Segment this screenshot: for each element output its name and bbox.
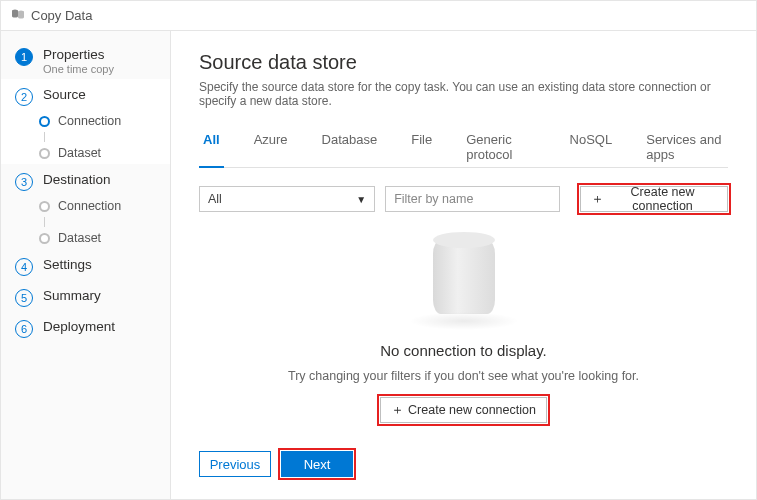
app-title: Copy Data <box>31 8 92 23</box>
step-label: Settings <box>43 257 92 272</box>
step-destination[interactable]: 3 Destination <box>1 164 170 195</box>
step-number: 5 <box>15 289 33 307</box>
create-new-connection-button[interactable]: ＋ Create new connection <box>380 397 547 423</box>
create-new-connection-button[interactable]: ＋ Create new connection <box>580 186 728 212</box>
titlebar: Copy Data <box>1 1 756 31</box>
substep-dot-icon <box>39 148 50 159</box>
page-description: Specify the source data store for the co… <box>199 80 728 108</box>
tab-all[interactable]: All <box>199 126 224 168</box>
step-summary[interactable]: 5 Summary <box>1 280 170 311</box>
button-label: Create new connection <box>408 403 536 417</box>
wizard-footer: Previous Next <box>199 443 728 489</box>
empty-title: No connection to display. <box>380 342 547 359</box>
empty-state: No connection to display. Try changing y… <box>199 220 728 443</box>
step-label: Deployment <box>43 319 115 334</box>
tab-services-and-apps[interactable]: Services and apps <box>642 126 728 168</box>
step-deployment[interactable]: 6 Deployment <box>1 311 170 342</box>
main-panel: Source data store Specify the source dat… <box>171 31 756 499</box>
search-input[interactable] <box>385 186 560 212</box>
wizard-sidebar: 1 Properties One time copy 2 Source Conn… <box>1 31 171 499</box>
page-title: Source data store <box>199 51 728 74</box>
substep-label: Dataset <box>58 146 101 160</box>
svg-point-2 <box>12 15 18 18</box>
plus-icon: ＋ <box>591 191 604 208</box>
tab-generic-protocol[interactable]: Generic protocol <box>462 126 539 168</box>
select-value: All <box>208 192 222 206</box>
next-button[interactable]: Next <box>281 451 353 477</box>
category-filter-select[interactable]: All ▼ <box>199 186 375 212</box>
step-label: Summary <box>43 288 101 303</box>
step-label: Properties <box>43 47 114 62</box>
step-number: 6 <box>15 320 33 338</box>
step-source[interactable]: 2 Source <box>1 79 170 110</box>
tab-database[interactable]: Database <box>318 126 382 168</box>
datastore-illustration-icon <box>433 240 495 314</box>
substep-connection[interactable]: Connection <box>27 110 170 132</box>
substep-dataset[interactable]: Dataset <box>27 142 170 164</box>
step-number: 4 <box>15 258 33 276</box>
connector-type-tabs: All Azure Database File Generic protocol… <box>199 126 728 168</box>
copy-data-icon <box>11 8 25 23</box>
empty-description: Try changing your filters if you don't s… <box>288 369 639 383</box>
step-number: 1 <box>15 48 33 66</box>
step-label: Destination <box>43 172 111 187</box>
substep-label: Connection <box>58 199 121 213</box>
step-sublabel: One time copy <box>43 63 114 75</box>
substep-label: Dataset <box>58 231 101 245</box>
tab-nosql[interactable]: NoSQL <box>566 126 617 168</box>
substep-dot-icon <box>39 233 50 244</box>
step-settings[interactable]: 4 Settings <box>1 249 170 280</box>
previous-button[interactable]: Previous <box>199 451 271 477</box>
tab-file[interactable]: File <box>407 126 436 168</box>
button-label: Create new connection <box>608 185 717 213</box>
substep-dot-icon <box>39 201 50 212</box>
substep-dot-icon <box>39 116 50 127</box>
step-number: 2 <box>15 88 33 106</box>
step-properties[interactable]: 1 Properties One time copy <box>1 39 170 79</box>
svg-point-5 <box>18 16 24 19</box>
substep-label: Connection <box>58 114 121 128</box>
step-number: 3 <box>15 173 33 191</box>
tab-azure[interactable]: Azure <box>250 126 292 168</box>
substep-connection[interactable]: Connection <box>27 195 170 217</box>
chevron-down-icon: ▼ <box>356 194 366 205</box>
substep-dataset[interactable]: Dataset <box>27 227 170 249</box>
plus-icon: ＋ <box>391 402 404 419</box>
step-label: Source <box>43 87 86 102</box>
